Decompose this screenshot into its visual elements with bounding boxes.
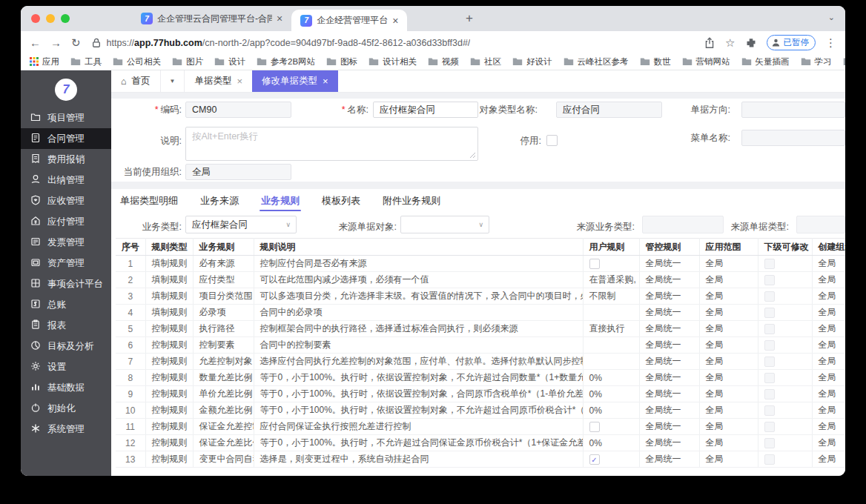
user-rule-cell[interactable]: 直接执行 xyxy=(583,321,639,337)
source-doc-type-field[interactable] xyxy=(796,216,845,233)
table-row[interactable]: 11控制规则保证金允差控制应付合同保证金执行按照允差进行控制全局统一全局全局 xyxy=(116,419,845,435)
forward-icon[interactable]: → xyxy=(50,37,62,48)
sidebar-item-data[interactable]: 基础数据 xyxy=(21,377,111,398)
close-icon[interactable]: × xyxy=(323,76,328,86)
address-bar[interactable]: https://app.77hub.com/cn-north-2/app?cod… xyxy=(90,37,694,49)
sidebar-item-ledger[interactable]: 总账 xyxy=(21,294,111,315)
table-row[interactable]: 4填制规则必录项合同中的必录项全局统一全局全局 xyxy=(116,305,845,321)
app-tab[interactable]: 单据类型× xyxy=(185,70,252,92)
bookmark-folder[interactable]: 图标 xyxy=(326,56,357,67)
share-icon[interactable] xyxy=(704,37,715,49)
user-rule-cell[interactable] xyxy=(583,305,639,321)
user-rule-cell[interactable]: 在普通采购, ... xyxy=(583,272,639,288)
reload-icon[interactable]: ↻ xyxy=(71,37,81,48)
sidebar-item-init[interactable]: 初始化 xyxy=(21,398,111,419)
kebab-menu-icon[interactable]: ⋮ xyxy=(825,37,836,48)
bookmark-folder[interactable]: 数世 xyxy=(640,56,671,67)
sidebar-item-report[interactable]: 报表 xyxy=(21,315,111,336)
sidebar-item-expense[interactable]: 费用报销 xyxy=(21,149,111,170)
extensions-puzzle-icon[interactable] xyxy=(745,37,757,49)
bookmark-folder[interactable]: 参考2B网站 xyxy=(257,56,315,67)
direction-field[interactable] xyxy=(741,102,845,118)
user-rule-cell[interactable] xyxy=(583,419,639,435)
new-tab-button[interactable]: + xyxy=(466,11,473,26)
tab-close-icon[interactable]: × xyxy=(392,16,398,26)
bookmark-apps-shortcut[interactable]: 应用 xyxy=(30,56,59,67)
table-row[interactable]: 13控制规则变更中合同自动挂起选择是，则变更过程中，系统自动挂起合同全局统一全局… xyxy=(116,451,845,468)
table-row[interactable]: 12控制规则保证金允差比例等于0，小于100%。执行时，不允许超过合同保证金原币… xyxy=(116,435,845,451)
sidebar-item-cashier[interactable]: 出纳管理 xyxy=(21,170,111,190)
sidebar-item-system[interactable]: 系统管理 xyxy=(21,419,111,440)
bookmark-folder[interactable]: 设计相关 xyxy=(368,56,417,67)
browser-tab[interactable]: 7企企管理云合同管理平台-合同的× xyxy=(132,6,291,31)
bookmark-folder[interactable]: 公司相关 xyxy=(113,56,161,67)
bookmark-folder[interactable]: 营销网站 xyxy=(682,56,730,67)
bookmark-folder[interactable]: 工具 xyxy=(70,56,102,67)
back-icon[interactable]: ← xyxy=(30,37,41,48)
source-biz-type-field[interactable] xyxy=(642,216,724,233)
current-org-field[interactable]: 全局 xyxy=(185,164,291,180)
bookmark-folder[interactable]: 图片 xyxy=(172,56,203,67)
sidebar-item-accounting[interactable]: 事项会计平台 xyxy=(21,273,111,294)
source-object-select[interactable]: ∨ xyxy=(400,216,489,233)
sidebar-item-asset[interactable]: 资产管理 xyxy=(21,253,111,273)
app-tab-home[interactable]: ⌂首页 xyxy=(111,70,161,92)
table-row[interactable]: 10控制规则金额允差比例等于0，小于100%。执行时，依据设置控制对象，不允许超… xyxy=(116,402,845,419)
profile-button[interactable]: 已暂停 xyxy=(767,35,816,50)
bookmark-folder[interactable]: 推广 xyxy=(843,56,845,67)
user-rule-cell[interactable] xyxy=(583,354,639,370)
table-row[interactable]: 9控制规则单价允差比例等于0，小于100%。执行时，依据设置控制对象，合同原币含… xyxy=(116,386,845,402)
user-rule-cell[interactable] xyxy=(583,256,639,272)
close-icon[interactable]: × xyxy=(237,76,242,86)
code-field[interactable]: CM90 xyxy=(185,102,291,118)
user-rule-cell[interactable]: 0% xyxy=(583,370,639,386)
sidebar-item-invoice[interactable]: 发票管理 xyxy=(21,232,111,253)
minimize-window-button[interactable] xyxy=(46,14,55,23)
table-row[interactable]: 1填制规则必有来源控制应付合同是否必有来源全局统一全局全局 xyxy=(116,256,845,272)
disabled-checkbox[interactable] xyxy=(546,135,558,146)
bookmark-star-icon[interactable]: ☆ xyxy=(725,37,735,48)
tab-search-chevron-icon[interactable]: ⌄ xyxy=(828,13,835,22)
user-rule-checkbox[interactable] xyxy=(589,422,600,432)
biz-type-select[interactable]: 应付框架合同∨ xyxy=(185,216,297,233)
user-rule-cell[interactable]: 0% xyxy=(583,435,639,451)
sidebar-item-receivable[interactable]: 应收管理 xyxy=(21,190,111,211)
user-rule-checkbox[interactable] xyxy=(589,259,600,269)
table-row[interactable]: 8控制规则数量允差比例等于0，小于100%。执行时，依据设置控制对象，不允许超过… xyxy=(116,370,845,386)
zoom-window-button[interactable] xyxy=(61,14,70,23)
bookmark-folder[interactable]: 好设计 xyxy=(512,56,552,67)
resize-handle[interactable] xyxy=(469,151,476,159)
home-tab-caret-icon[interactable]: ▼ xyxy=(161,70,185,92)
table-row[interactable]: 3填制规则项目分类范围可以多选项目分类，允许选择非末级。有设置值的情况下，录入合… xyxy=(116,288,845,305)
bookmark-folder[interactable]: 矢量插画 xyxy=(741,56,790,67)
bookmark-folder[interactable]: 学习 xyxy=(801,56,832,67)
subtab[interactable]: 业务规则 xyxy=(261,189,300,212)
table-row[interactable]: 5控制规则执行路径控制框架合同中的执行路径，选择通过标准合同执行，则必须来源直接… xyxy=(116,321,845,337)
table-row[interactable]: 2填制规则应付类型可以在此范围内减少选择项，必须有一个值在普通采购, ...全局… xyxy=(116,272,845,288)
tab-close-icon[interactable]: × xyxy=(277,13,282,24)
close-window-button[interactable] xyxy=(31,14,40,23)
description-textarea[interactable]: 按Alt+Enter换行 xyxy=(185,127,478,161)
bookmark-folder[interactable]: 设计 xyxy=(214,56,245,67)
user-rule-cell[interactable] xyxy=(583,337,639,354)
subtab[interactable]: 单据类型明细 xyxy=(120,189,178,212)
subtab[interactable]: 业务来源 xyxy=(200,189,239,212)
table-row[interactable]: 7控制规则允差控制对象选择应付合同执行允差控制的对象范围，应付单、付款单。选择付… xyxy=(116,354,845,370)
app-tab[interactable]: 修改单据类型× xyxy=(252,70,338,92)
sidebar-item-payable[interactable]: 应付管理 xyxy=(21,211,111,232)
bookmark-folder[interactable]: 云峰社区参考 xyxy=(563,56,629,67)
subtab[interactable]: 模板列表 xyxy=(322,189,360,212)
browser-tab[interactable]: 7企企经营管理平台× xyxy=(291,10,407,31)
menu-name-field[interactable] xyxy=(741,130,845,146)
bookmark-folder[interactable]: 视频 xyxy=(428,56,459,67)
user-rule-cell[interactable]: 不限制 xyxy=(583,288,639,305)
user-rule-checkbox[interactable] xyxy=(589,454,600,465)
subtab[interactable]: 附件业务规则 xyxy=(383,189,440,212)
user-rule-cell[interactable]: 0% xyxy=(583,386,639,402)
sidebar-item-target[interactable]: 目标及分析 xyxy=(21,336,111,357)
user-rule-cell[interactable] xyxy=(583,451,639,468)
table-row[interactable]: 6控制规则控制要素合同中的控制要素全局统一全局全局 xyxy=(116,337,845,354)
bookmark-folder[interactable]: 社区 xyxy=(470,56,501,67)
sidebar-item-contract[interactable]: 合同管理 xyxy=(21,128,111,149)
sidebar-item-settings[interactable]: 设置 xyxy=(21,357,111,377)
